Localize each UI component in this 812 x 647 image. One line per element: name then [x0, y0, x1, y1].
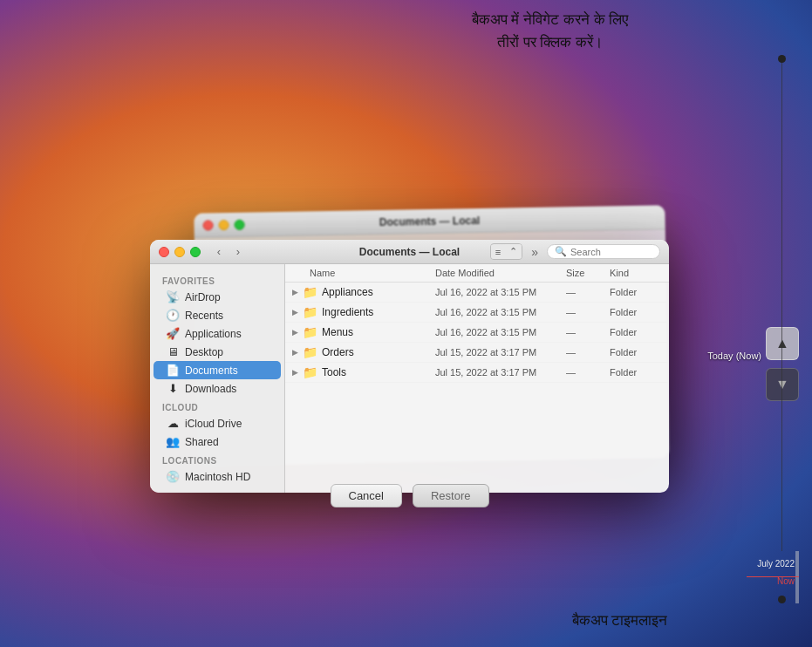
scroll-up-button[interactable]: ▲ — [766, 327, 799, 360]
sidebar-item-icloud-drive[interactable]: ☁ iCloud Drive — [154, 414, 281, 432]
action-buttons: Cancel Restore — [150, 484, 669, 507]
macintosh-hd-label: Macintosh HD — [185, 471, 250, 483]
file-kind: Folder — [610, 307, 662, 317]
traffic-lights — [159, 247, 201, 257]
sidebar-item-applications[interactable]: 🚀 Applications — [154, 324, 281, 343]
sidebar-item-desktop[interactable]: 🖥 Desktop — [154, 343, 281, 361]
scroll-down-arrow: ▼ — [775, 377, 789, 392]
file-kind: Folder — [610, 367, 662, 378]
table-row[interactable]: ▶ 📁 Appliances Jul 16, 2022 at 3:15 PM —… — [285, 283, 669, 303]
window-titlebar: ‹ › Documents — Local ≡ ⌃ » 🔍 — [150, 240, 669, 264]
file-name: ▶ 📁 Appliances — [292, 285, 435, 299]
column-view-button[interactable]: ⌃ — [505, 244, 522, 259]
search-box[interactable]: 🔍 — [547, 244, 660, 259]
file-name: ▶ 📁 Ingredients — [292, 305, 435, 319]
icloud-drive-icon: ☁ — [166, 417, 180, 430]
close-button[interactable] — [159, 247, 169, 257]
file-size: — — [566, 307, 610, 317]
downloads-label: Downloads — [185, 383, 236, 395]
shared-label: Shared — [185, 436, 219, 448]
folder-icon: 📁 — [303, 285, 317, 299]
search-input[interactable] — [570, 247, 652, 257]
sidebar-item-recents[interactable]: 🕐 Recents — [154, 306, 281, 324]
view-toggle: ≡ ⌃ — [490, 243, 522, 260]
restore-button[interactable]: Restore — [413, 484, 489, 507]
col-size[interactable]: Size — [566, 268, 610, 278]
table-row[interactable]: ▶ 📁 Tools Jul 15, 2022 at 3:17 PM — Fold… — [285, 363, 669, 383]
shared-icon: 👥 — [166, 435, 180, 448]
timeline-bar — [795, 551, 799, 603]
icloud-section-label: iCloud — [150, 398, 284, 414]
file-date: Jul 16, 2022 at 3:15 PM — [435, 327, 566, 337]
folder-icon: 📁 — [303, 365, 317, 379]
recents-label: Recents — [185, 310, 223, 322]
sidebar-item-downloads[interactable]: ⬇ Downloads — [154, 379, 281, 398]
timeline-july-label: July 2022 — [757, 559, 795, 569]
bg-minimize-button — [218, 220, 229, 230]
file-name-text: Menus — [322, 326, 353, 338]
expand-triangle: ▶ — [292, 328, 298, 337]
bg-close-button — [202, 220, 213, 230]
favorites-section-label: Favorites — [150, 271, 284, 288]
file-rows-container: ▶ 📁 Appliances Jul 16, 2022 at 3:15 PM —… — [285, 283, 669, 383]
sidebar-item-macintosh-hd[interactable]: 💿 Macintosh HD — [154, 467, 281, 486]
cancel-button[interactable]: Cancel — [331, 484, 402, 507]
expand-triangle: ▶ — [292, 308, 298, 317]
table-row[interactable]: ▶ 📁 Ingredients Jul 16, 2022 at 3:15 PM … — [285, 303, 669, 323]
file-size: — — [566, 367, 610, 378]
col-name[interactable]: Name — [292, 268, 435, 278]
airdrop-label: AirDrop — [185, 291, 221, 303]
file-list-header: Name Date Modified Size Kind — [285, 264, 669, 283]
bg-window-title: Documents — Local — [379, 215, 481, 228]
documents-label: Documents — [185, 364, 238, 377]
fullscreen-button[interactable] — [190, 247, 201, 257]
airdrop-icon: 📡 — [166, 290, 180, 303]
scroll-down-button[interactable]: ▼ — [766, 368, 799, 401]
window-title: Documents — Local — [359, 246, 460, 258]
documents-icon: 📄 — [166, 364, 180, 377]
file-size: — — [566, 327, 610, 337]
col-kind[interactable]: Kind — [610, 268, 662, 278]
col-date-modified[interactable]: Date Modified — [435, 268, 566, 278]
scroll-up-arrow: ▲ — [775, 336, 789, 351]
file-kind: Folder — [610, 287, 662, 297]
file-name-text: Tools — [322, 366, 346, 378]
minimize-button[interactable] — [174, 247, 185, 257]
applications-icon: 🚀 — [166, 327, 180, 340]
file-name-text: Orders — [322, 346, 354, 358]
file-name: ▶ 📁 Orders — [292, 345, 435, 359]
file-size: — — [566, 347, 610, 358]
sidebar: Favorites 📡 AirDrop 🕐 Recents 🚀 Applicat… — [150, 264, 285, 493]
desktop-label: Desktop — [185, 346, 223, 358]
list-view-button[interactable]: ≡ — [491, 245, 505, 259]
search-icon: 🔍 — [555, 246, 567, 257]
timeline-area: July 2022 Now — [655, 542, 812, 647]
expand-triangle: ▶ — [292, 368, 298, 377]
bg-traffic-lights — [202, 219, 244, 230]
back-button[interactable]: ‹ — [211, 244, 227, 260]
file-name-text: Appliances — [322, 286, 373, 298]
folder-icon: 📁 — [303, 325, 317, 339]
sidebar-item-airdrop[interactable]: 📡 AirDrop — [154, 288, 281, 306]
sidebar-item-documents[interactable]: 📄 Documents — [154, 361, 281, 379]
desktop-icon: 🖥 — [166, 345, 180, 358]
forward-button[interactable]: › — [230, 244, 246, 260]
file-name-text: Ingredients — [322, 306, 373, 318]
expand-triangle: ▶ — [292, 348, 298, 357]
file-date: Jul 16, 2022 at 3:15 PM — [435, 307, 566, 317]
window-body: Favorites 📡 AirDrop 🕐 Recents 🚀 Applicat… — [150, 264, 669, 493]
file-size: — — [566, 287, 610, 297]
bg-fullscreen-button — [234, 219, 244, 229]
icloud-drive-label: iCloud Drive — [185, 418, 242, 430]
folder-icon: 📁 — [303, 345, 317, 359]
file-name: ▶ 📁 Menus — [292, 325, 435, 339]
table-row[interactable]: ▶ 📁 Menus Jul 16, 2022 at 3:15 PM — Fold… — [285, 323, 669, 343]
expand-button[interactable]: » — [528, 245, 542, 259]
annotation-dot-top — [778, 55, 786, 63]
applications-label: Applications — [185, 328, 242, 340]
titlebar-actions: ≡ ⌃ » 🔍 — [490, 243, 660, 260]
macintosh-hd-icon: 💿 — [166, 470, 180, 483]
sidebar-item-shared[interactable]: 👥 Shared — [154, 432, 281, 451]
timeline-now-label: Now — [777, 576, 795, 586]
table-row[interactable]: ▶ 📁 Orders Jul 15, 2022 at 3:17 PM — Fol… — [285, 343, 669, 363]
